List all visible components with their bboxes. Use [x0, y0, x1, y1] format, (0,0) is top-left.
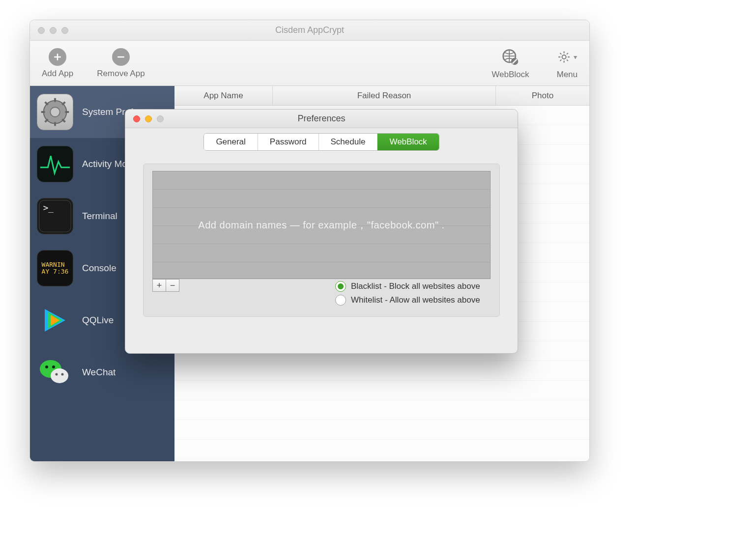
svg-line-24: [45, 119, 48, 122]
table-header: App Name Failed Reason Photo: [174, 86, 589, 106]
preferences-titlebar: Preferences: [125, 110, 518, 128]
sidebar-item-label: WeChat: [82, 367, 116, 378]
blacklist-label: Blacklist - Block all websites above: [351, 281, 480, 291]
svg-point-29: [51, 368, 68, 383]
svg-text:>_: >_: [43, 203, 54, 213]
main-toolbar: Add App Remove App WebBlo: [30, 41, 589, 86]
domain-add-remove: + −: [152, 279, 179, 292]
blocklist-mode-group: Blacklist - Block all websites above Whi…: [335, 281, 480, 308]
remove-domain-button[interactable]: −: [166, 279, 179, 292]
window-title: Cisdem AppCrypt: [30, 25, 589, 35]
tab-webblock[interactable]: WebBlock: [378, 134, 438, 150]
menu-button[interactable]: ▾ Menu: [556, 47, 578, 80]
svg-line-21: [45, 102, 48, 105]
close-window-button[interactable]: [38, 27, 45, 34]
domain-list[interactable]: Add domain names — for example，"facebook…: [152, 171, 491, 279]
svg-line-11: [560, 53, 561, 54]
svg-line-22: [62, 119, 65, 122]
console-icon: WARNIN AY 7:36: [37, 250, 73, 286]
svg-point-6: [562, 55, 566, 58]
svg-point-31: [52, 365, 55, 368]
preferences-window-controls: [133, 115, 164, 122]
sidebar-item-label: Console: [82, 263, 116, 274]
main-titlebar: Cisdem AppCrypt: [30, 20, 589, 41]
preferences-window: Preferences General Password Schedule We…: [125, 109, 518, 354]
whitelist-radio[interactable]: Whitelist - Allow all websites above: [335, 295, 480, 306]
minus-icon: [112, 48, 130, 66]
svg-line-14: [560, 59, 561, 61]
console-icon-text: WARNIN AY 7:36: [40, 259, 71, 278]
menu-label: Menu: [556, 70, 578, 80]
remove-app-label: Remove App: [97, 69, 145, 79]
svg-point-33: [61, 373, 64, 376]
radio-icon: [335, 295, 346, 306]
svg-rect-25: [39, 148, 71, 180]
tab-schedule[interactable]: Schedule: [319, 134, 378, 150]
webblock-panel: Add domain names — for example，"facebook…: [143, 164, 500, 317]
svg-point-32: [56, 373, 58, 376]
plus-icon: [49, 48, 66, 66]
tab-general[interactable]: General: [204, 134, 258, 150]
add-app-button[interactable]: Add App: [42, 48, 73, 79]
column-failed-reason[interactable]: Failed Reason: [273, 86, 496, 105]
webblock-label: WebBlock: [492, 70, 529, 80]
zoom-window-button[interactable]: [61, 27, 68, 34]
sidebar-item-label: Terminal: [82, 211, 117, 222]
minimize-window-button[interactable]: [50, 27, 57, 34]
qqlive-icon: [37, 302, 73, 338]
zoom-preferences-button[interactable]: [157, 115, 164, 122]
column-app-name[interactable]: App Name: [174, 86, 273, 105]
system-preferences-icon: [37, 94, 73, 130]
window-controls: [38, 27, 68, 34]
domain-placeholder: Add domain names — for example，"facebook…: [188, 219, 454, 232]
svg-line-23: [62, 102, 65, 105]
svg-point-16: [50, 107, 59, 116]
minimize-preferences-button[interactable]: [145, 115, 152, 122]
svg-line-13: [567, 53, 568, 54]
sidebar-item-wechat[interactable]: WeChat: [30, 346, 174, 398]
preferences-title: Preferences: [125, 113, 518, 124]
close-preferences-button[interactable]: [133, 115, 140, 122]
svg-point-30: [45, 365, 48, 368]
wechat-icon: [37, 354, 73, 391]
chevron-down-icon: ▾: [574, 53, 577, 61]
preferences-tabs: General Password Schedule WebBlock: [125, 133, 518, 151]
whitelist-label: Whitelist - Allow all websites above: [351, 295, 480, 305]
blacklist-radio[interactable]: Blacklist - Block all websites above: [335, 281, 480, 292]
terminal-icon: >_: [37, 198, 73, 234]
sidebar-item-label: QQLive: [82, 315, 114, 326]
tab-password[interactable]: Password: [258, 134, 319, 150]
add-app-label: Add App: [42, 69, 73, 79]
add-domain-button[interactable]: +: [152, 279, 166, 292]
radio-icon: [335, 281, 346, 292]
column-photo[interactable]: Photo: [496, 86, 589, 105]
gear-icon: ▾: [557, 47, 577, 67]
globe-blocked-icon: [500, 47, 520, 67]
activity-monitor-icon: [37, 146, 73, 182]
svg-line-12: [567, 59, 568, 61]
webblock-button[interactable]: WebBlock: [492, 47, 529, 80]
remove-app-button[interactable]: Remove App: [97, 48, 145, 79]
